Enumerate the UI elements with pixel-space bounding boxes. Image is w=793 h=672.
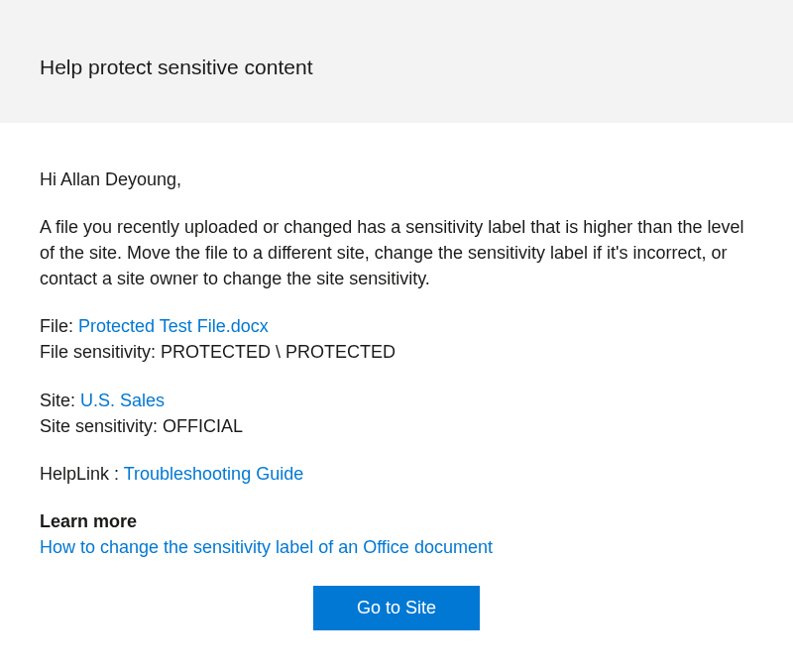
- site-sensitivity-line: Site sensitivity: OFFICIAL: [40, 413, 753, 439]
- helplink-block: HelpLink : Troubleshooting Guide: [40, 461, 753, 487]
- site-sensitivity-label: Site sensitivity:: [40, 416, 163, 436]
- file-sensitivity-label: File sensitivity:: [40, 342, 161, 362]
- site-sensitivity-value: OFFICIAL: [163, 416, 243, 436]
- notification-body: Hi Allan Deyoung, A file you recently up…: [0, 123, 793, 650]
- site-line: Site: U.S. Sales: [40, 388, 753, 413]
- description-text: A file you recently uploaded or changed …: [40, 214, 753, 291]
- learn-more-link[interactable]: How to change the sensitivity label of a…: [40, 537, 493, 557]
- helplink-label: HelpLink :: [40, 464, 124, 484]
- file-line: File: Protected Test File.docx: [40, 313, 753, 339]
- file-sensitivity-line: File sensitivity: PROTECTED \ PROTECTED: [40, 339, 753, 365]
- site-label: Site:: [40, 391, 80, 410]
- helplink-link[interactable]: Troubleshooting Guide: [124, 464, 303, 484]
- file-link[interactable]: Protected Test File.docx: [78, 316, 269, 336]
- file-label: File:: [40, 316, 78, 336]
- button-row: Go to Site: [40, 586, 753, 630]
- page-title: Help protect sensitive content: [40, 56, 753, 79]
- learn-more-heading: Learn more: [40, 508, 753, 534]
- greeting-text: Hi Allan Deyoung,: [40, 167, 753, 192]
- file-sensitivity-value: PROTECTED \ PROTECTED: [161, 342, 396, 362]
- notification-header: Help protect sensitive content: [0, 0, 793, 123]
- go-to-site-button[interactable]: Go to Site: [313, 586, 480, 630]
- file-info-block: File: Protected Test File.docx File sens…: [40, 313, 753, 365]
- site-info-block: Site: U.S. Sales Site sensitivity: OFFIC…: [40, 388, 753, 439]
- learn-more-block: Learn more How to change the sensitivity…: [40, 508, 753, 560]
- learn-more-link-line: How to change the sensitivity label of a…: [40, 534, 753, 560]
- site-link[interactable]: U.S. Sales: [80, 391, 165, 410]
